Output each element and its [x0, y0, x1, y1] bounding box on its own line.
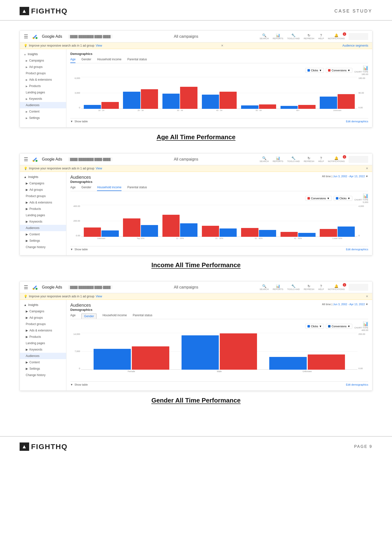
refresh-icon-top-gender[interactable]: ↻REFRESH: [304, 284, 314, 290]
tab-household-income[interactable]: Household income: [97, 186, 121, 191]
menu-icon[interactable]: ☰: [24, 34, 28, 39]
edit-demographics-link-age[interactable]: Edit demographics: [346, 120, 368, 123]
conversions-legend-btn-income[interactable]: Conversions ▼: [305, 196, 332, 201]
notif-close-gender[interactable]: ✕: [366, 295, 368, 298]
sidebar-item-campaigns[interactable]: ▶ Campaigns: [20, 57, 66, 64]
sidebar-adgroups-gender[interactable]: ▶ Ad groups: [20, 315, 66, 321]
sidebar-products-gender[interactable]: ▶ Products: [20, 334, 66, 340]
date-link-gender[interactable]: Jun 3, 2002 - Apr 13, 2022: [333, 303, 365, 306]
logo: ▲ FIGHTHQ: [20, 7, 68, 15]
sidebar-item-ads-extensions[interactable]: ▶ Ads & extensions: [20, 76, 66, 83]
show-table-row-age[interactable]: ▼ Show table Edit demographics: [70, 118, 368, 124]
reports-icon-top-income[interactable]: 📊REPORTS: [273, 156, 283, 163]
sidebar-landing-gender[interactable]: Landing pages: [20, 340, 66, 346]
notification-view-link[interactable]: View: [96, 44, 102, 47]
sidebar-settings-gender[interactable]: ▶ Settings: [20, 366, 66, 372]
audience-segments-link[interactable]: Audience segments: [343, 44, 368, 47]
menu-icon-gender[interactable]: ☰: [24, 284, 28, 290]
bar-blue-11-20: [180, 223, 197, 237]
clicks-legend-btn-age[interactable]: Clicks ▼: [305, 68, 324, 73]
tab-parental-gender[interactable]: Parental status: [133, 314, 152, 319]
tab-household[interactable]: Household income: [97, 58, 121, 63]
tab-age[interactable]: Age: [70, 58, 75, 63]
sidebar-adsext-gender[interactable]: ▶ Ads & extensions: [20, 327, 66, 334]
sidebar-products-income[interactable]: ▶ Products: [20, 206, 66, 212]
notifications-icon-top[interactable]: 🔔NOTIFICATIONS: [328, 33, 345, 40]
notification-close-icon[interactable]: ✕: [221, 44, 223, 47]
clicks-legend-btn-gender[interactable]: Clicks ▼: [305, 324, 324, 329]
chart-type-icon-income[interactable]: 📊: [356, 193, 368, 199]
help-icon-top-income[interactable]: ?HELP: [318, 156, 324, 163]
edit-demographics-link-income[interactable]: Edit demographics: [346, 248, 368, 251]
sidebar-adgroups-income[interactable]: ▶ Ad groups: [20, 187, 66, 193]
sidebar-productgroups-income[interactable]: Product groups: [20, 193, 66, 199]
chart-type-icon-gender[interactable]: 📊: [356, 321, 368, 327]
notifications-icon-top-income[interactable]: 🔔NOTIFICATIONS: [328, 156, 345, 163]
conversions-legend-btn-gender[interactable]: Conversions ▼: [326, 324, 352, 329]
sidebar-item-productgroups[interactable]: Product groups: [20, 70, 66, 76]
notif-view-link-gender[interactable]: View: [96, 295, 102, 298]
sidebar-settings-income[interactable]: ▶ Settings: [20, 238, 66, 244]
show-table-row-income[interactable]: ▼ Show table Edit demographics: [70, 246, 368, 252]
sidebar-adsext-income[interactable]: ▶ Ads & extensions: [20, 199, 66, 206]
sidebar-content-income[interactable]: ▶ Content: [20, 231, 66, 238]
sidebar-campaigns-income[interactable]: ▶ Campaigns: [20, 180, 66, 187]
tools-icon-top-gender[interactable]: 🔧TOOLS AND: [287, 284, 300, 290]
clicks-legend-btn-income[interactable]: Clicks ▼: [334, 196, 352, 201]
tab-age-gender[interactable]: Age: [70, 314, 75, 319]
menu-icon-income[interactable]: ☰: [24, 156, 28, 162]
notif-close-income[interactable]: ✕: [366, 167, 368, 170]
chart-controls-income: Conversions ▼ Clicks ▼ 📊 CHART TYPE5,000: [70, 193, 368, 203]
tab-parental-income[interactable]: Parental status: [127, 186, 147, 191]
sidebar-content-gender[interactable]: ▶ Content: [20, 359, 66, 366]
notif-view-link-income[interactable]: View: [96, 167, 102, 170]
date-link-income[interactable]: Jun 3, 2002 - Apr 13, 2022: [333, 175, 365, 178]
help-icon-top-gender[interactable]: ?HELP: [318, 284, 324, 290]
y-label-0-right-income: 0: [358, 234, 360, 237]
sidebar-item-adgroups[interactable]: ▶ Ad groups: [20, 64, 66, 70]
sidebar-keywords-gender[interactable]: ▶ Keywords: [20, 346, 66, 353]
sidebar-item-settings[interactable]: ▶ Settings: [20, 115, 66, 121]
sidebar-keywords-income[interactable]: ▶ Keywords: [20, 218, 66, 225]
sidebar-audiences-gender[interactable]: Audiences: [20, 353, 66, 359]
sidebar-productgroups-gender[interactable]: Product groups: [20, 321, 66, 327]
notifications-icon-top-gender[interactable]: 🔔NOTIFICATIONS: [328, 284, 345, 290]
conversions-legend-btn-age[interactable]: Conversions ▼: [326, 68, 352, 73]
tab-gender[interactable]: Gender: [81, 58, 91, 63]
help-icon-top[interactable]: ?HELP: [318, 33, 324, 40]
refresh-icon-top[interactable]: ↻REFRESH: [304, 33, 314, 40]
tab-age-income[interactable]: Age: [70, 186, 75, 191]
sidebar-item-audiences[interactable]: Audiences: [20, 102, 66, 108]
reports-icon-top[interactable]: 📊REPORTS: [273, 33, 283, 40]
refresh-icon-top-income[interactable]: ↻REFRESH: [304, 156, 314, 163]
sidebar-item-keywords[interactable]: ▶ Keywords: [20, 96, 66, 102]
ads-topbar-age: ☰ Google Ads ████ ████████ ████-████ All…: [20, 31, 372, 42]
tab-parental[interactable]: Parental status: [127, 58, 147, 63]
sidebar-campaigns-gender[interactable]: ▶ Campaigns: [20, 308, 66, 315]
search-icon-top[interactable]: 🔍SEARCH: [259, 33, 269, 40]
chart-type-icon-age[interactable]: 📊: [356, 65, 368, 71]
edit-demographics-link-gender[interactable]: Edit demographics: [346, 383, 368, 386]
show-table-row-gender[interactable]: ▼ Show table Edit demographics: [70, 381, 368, 388]
x-label-unknown-gender: Unknown: [266, 370, 349, 373]
sidebar-history-gender[interactable]: Change history: [20, 372, 66, 378]
sidebar-item-content[interactable]: ▶ Content: [20, 108, 66, 115]
tools-icon-top-income[interactable]: 🔧TOOLS AND: [287, 156, 300, 163]
bar-blue-31-40: [259, 230, 276, 237]
sidebar-insights-gender[interactable]: ▲ Insights: [20, 302, 66, 308]
tab-gender-income[interactable]: Gender: [81, 186, 91, 191]
sidebar-insights-income[interactable]: ▲ Insights: [20, 174, 66, 180]
tab-gender-gender[interactable]: Gender: [81, 314, 97, 319]
sidebar-history-income[interactable]: Change history: [20, 244, 66, 250]
tools-icon-top[interactable]: 🔧TOOLS AND: [287, 33, 300, 40]
search-icon-top-gender[interactable]: 🔍SEARCH: [259, 284, 269, 290]
search-icon-top-income[interactable]: 🔍SEARCH: [259, 156, 269, 163]
tab-household-gender[interactable]: Household income: [102, 314, 127, 319]
reports-icon-top-gender[interactable]: 📊REPORTS: [273, 284, 283, 290]
sidebar-audiences-income[interactable]: Audiences: [20, 225, 66, 231]
notification-icon: 💡: [24, 44, 27, 47]
sidebar-item-products[interactable]: ▶ Products: [20, 83, 66, 89]
sidebar-landing-income[interactable]: Landing pages: [20, 212, 66, 218]
sidebar-item-landing[interactable]: Landing pages: [20, 89, 66, 96]
sidebar-item-insights[interactable]: ▲ Insights: [20, 51, 66, 57]
